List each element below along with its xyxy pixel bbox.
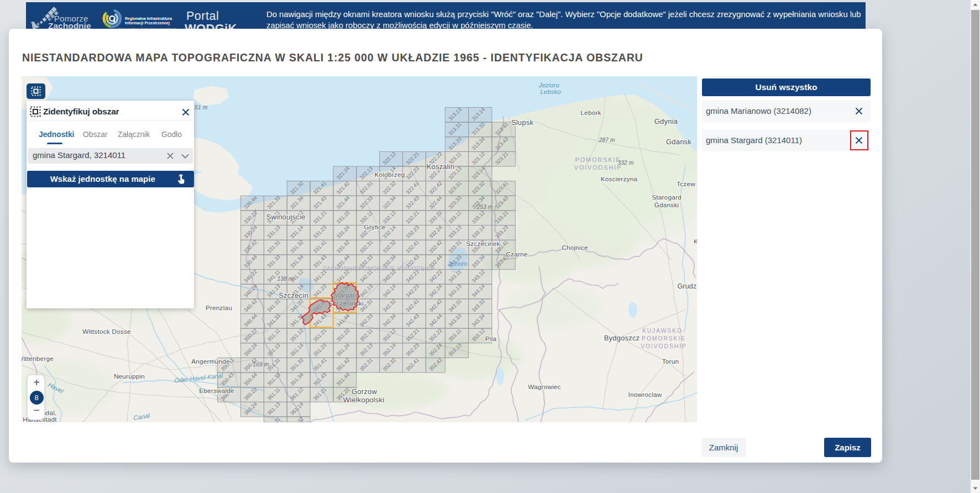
svg-text:VOIVODSHIP: VOIVODSHIP [574,164,622,170]
svg-text:Koscierzyna: Koscierzyna [601,175,638,182]
svg-text:Lebork: Lebork [580,108,601,116]
svg-text:K: K [694,237,697,245]
svg-text:Eberswalde: Eberswalde [199,386,234,394]
svg-text:Lebsko: Lebsko [540,88,561,95]
svg-text:Kolobrzeg: Kolobrzeg [375,170,405,178]
svg-text:KUJAWSKO-: KUJAWSKO- [642,327,685,333]
svg-text:Neuruppin: Neuruppin [114,372,145,380]
svg-text:Swinoujscie: Swinoujscie [266,212,306,221]
svg-text:POMORSKIE: POMORSKIE [642,334,686,341]
svg-text:Koszalin: Koszalin [427,162,455,170]
svg-text:Gorzow: Gorzow [352,387,377,395]
svg-text:Tczew: Tczew [677,180,695,187]
svg-text:Grudzia: Grudzia [677,282,697,290]
svg-text:287 m: 287 m [598,136,615,143]
svg-text:POMORSKIE: POMORSKIE [575,156,621,162]
svg-text:Wagrowiec: Wagrowiec [528,382,561,390]
svg-text:Starogard: Starogard [652,193,682,201]
svg-text:Gdansk: Gdansk [666,137,691,145]
svg-text:Czarne: Czarne [506,250,527,258]
svg-text:Szczecinek: Szczecinek [466,239,500,247]
svg-text:Prenzlau: Prenzlau [206,303,232,311]
svg-text:Torun: Torun [662,357,679,365]
svg-text:Gdanski: Gdanski [654,201,679,208]
svg-text:VOIVODSHIP: VOIVODSHIP [641,342,686,349]
svg-text:Bydgoszcz: Bydgoszcz [604,333,640,342]
svg-text:Wittstock Dosse: Wittstock Dosse [82,327,131,335]
svg-text:Inowroclaw: Inowroclaw [628,390,662,398]
svg-text:Jezioro: Jezioro [447,260,467,266]
svg-text:Chojnice: Chojnice [562,243,588,251]
svg-text:Wielkopolski: Wielkopolski [343,395,385,403]
svg-text:Gdynia: Gdynia [654,117,678,125]
svg-text:Angermünde: Angermünde [191,357,230,365]
svg-text:Szczecin: Szczecin [279,291,308,299]
svg-text:Slupsk: Slupsk [511,118,534,126]
svg-text:Jezioro: Jezioro [538,81,559,88]
svg-text:Gryfice: Gryfice [364,223,386,230]
svg-text:Pila: Pila [485,334,497,342]
svg-text:Wittenberge: Wittenberge [22,354,54,362]
